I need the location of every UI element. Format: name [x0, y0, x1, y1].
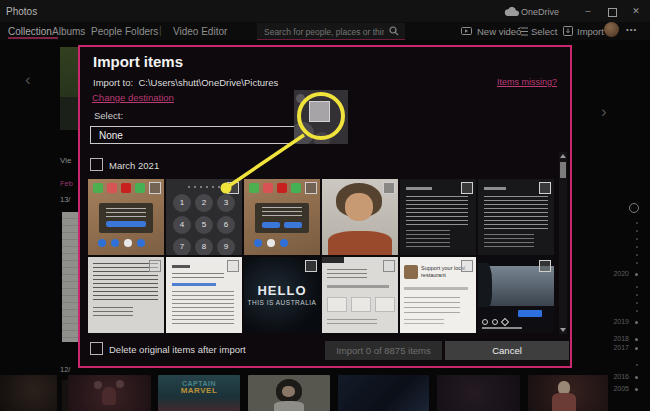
thumbnail-trust-computer[interactable] [244, 179, 320, 255]
timeline-tick[interactable] [636, 262, 638, 264]
march-2021-checkbox[interactable] [90, 158, 103, 171]
page-back-icon[interactable]: ‹ [25, 71, 31, 88]
import-to-line: Import to: C:\Users\shutt\OneDrive\Pictu… [93, 77, 278, 88]
import-path: C:\Users\shutt\OneDrive\Pictures [138, 77, 278, 88]
thumbnail-hello-australia[interactable]: HELLO THIS IS AUSTRALIA [244, 257, 320, 333]
import-submit-button[interactable]: Import 0 of 8875 items [325, 341, 442, 360]
items-missing-link[interactable]: Items missing? [497, 77, 557, 87]
timeline-scrubber-handle[interactable] [629, 203, 639, 213]
australia-text: THIS IS AUSTRALIA [244, 299, 320, 306]
app-icons-row [93, 183, 145, 193]
timeline-year-dot[interactable] [635, 273, 638, 276]
account-avatar[interactable] [604, 22, 619, 37]
timeline-year[interactable]: 2020 [613, 270, 629, 277]
thumbnail-checkbox[interactable] [383, 260, 395, 272]
thumbnail-checkbox[interactable] [383, 182, 395, 194]
import-icon[interactable] [563, 26, 573, 36]
import-thumbnail-grid: 123 456 789 [88, 179, 554, 333]
follow-button-art [518, 310, 542, 317]
march-2021-label: March 2021 [109, 160, 159, 171]
tab-collection[interactable]: Collection [8, 26, 52, 37]
select-label: Select: [94, 110, 123, 121]
search-input[interactable] [262, 24, 386, 39]
onedrive-cloud-icon [504, 7, 519, 17]
bg-date-fragment: 12/ [60, 365, 70, 374]
thumbnail-checkbox[interactable] [539, 260, 551, 272]
change-destination-link[interactable]: Change destination [92, 92, 174, 103]
new-video-button[interactable]: New video [477, 26, 521, 37]
hello-text: HELLO [244, 283, 320, 298]
see-more-icon[interactable]: ••• [626, 25, 637, 34]
timeline-tick[interactable] [636, 310, 638, 312]
timeline-year[interactable]: 2018 [613, 335, 629, 342]
bg-captain-marvel-cover: CAPTAIN MARVEL [158, 375, 240, 411]
timeline-year[interactable]: 2017 [613, 344, 629, 351]
thumbnail-dark-text[interactable] [400, 179, 476, 255]
thumbnail-checkbox[interactable] [227, 260, 239, 272]
timeline-year[interactable]: 2019 [613, 318, 629, 325]
thumbnail-checkbox-highlighted[interactable] [227, 182, 239, 194]
thumbnail-receipt[interactable] [322, 257, 398, 333]
cancel-button[interactable]: Cancel [445, 341, 569, 360]
thumbnail-checkbox[interactable] [149, 182, 161, 194]
thumbnail-checkbox[interactable] [461, 260, 473, 272]
new-video-icon[interactable] [461, 27, 472, 35]
select-button[interactable]: Select [531, 26, 557, 37]
timeline-tick[interactable] [636, 286, 638, 288]
bg-photo-thumbnail [0, 375, 57, 411]
thumbnail-iphone-permission[interactable] [88, 179, 164, 255]
thumbnail-checkbox[interactable] [305, 182, 317, 194]
timeline-year[interactable]: 2005 [613, 385, 629, 392]
photos-app-window: Photos OneDrive – ✕ Collection Albums Pe… [0, 0, 650, 411]
thumbnail-checkbox[interactable] [305, 260, 317, 272]
search-icon[interactable] [389, 26, 399, 36]
onedrive-button[interactable]: OneDrive [521, 7, 559, 17]
timeline-year-dot[interactable] [635, 376, 638, 379]
timeline-year-dot[interactable] [635, 388, 638, 391]
thumbnail-checkbox[interactable] [539, 182, 551, 194]
scrollbar-thumb[interactable] [560, 162, 566, 178]
thumbnail-portrait[interactable] [322, 179, 398, 255]
minimize-button[interactable]: – [581, 4, 595, 18]
bg-photo-sliver [60, 47, 78, 97]
timeline-tick[interactable] [636, 246, 638, 248]
timeline-year-dot[interactable] [635, 338, 638, 341]
import-button-nav[interactable]: Import [577, 26, 604, 37]
thumbnail-restaurant-order[interactable]: Support your local restaurant [400, 257, 476, 333]
thumbnail-light-text[interactable] [88, 257, 164, 333]
tab-video-editor[interactable]: Video Editor [173, 26, 227, 37]
search-box[interactable] [257, 23, 405, 40]
tab-albums[interactable]: Albums [52, 26, 85, 37]
scroll-down-icon[interactable] [560, 328, 566, 332]
timeline-tick[interactable] [636, 254, 638, 256]
tab-folders[interactable]: Folders [125, 26, 158, 37]
timeline-tick[interactable] [636, 302, 638, 304]
close-button[interactable]: ✕ [629, 4, 643, 18]
thumbnail-instagram-landscape[interactable] [478, 257, 554, 333]
timeline-tick[interactable] [636, 230, 638, 232]
thumbnail-dark-text[interactable] [478, 179, 554, 255]
timeline-year-dot[interactable] [635, 321, 638, 324]
timeline-tick[interactable] [636, 238, 638, 240]
phone-dialog-art [99, 203, 153, 233]
bg-photo-thumbnail [68, 375, 151, 411]
timeline-tick[interactable] [636, 222, 638, 224]
timeline-year[interactable]: 2016 [613, 373, 629, 380]
timeline-tick[interactable] [636, 364, 638, 366]
delete-originals-checkbox[interactable] [90, 342, 103, 355]
thumbnail-white-text[interactable] [166, 257, 242, 333]
page-forward-icon[interactable]: › [601, 103, 607, 120]
timeline-tick[interactable] [636, 294, 638, 296]
tab-people[interactable]: People [91, 26, 122, 37]
scroll-up-icon[interactable] [560, 154, 566, 158]
app-title: Photos [6, 6, 37, 17]
thumbnail-pin-pad[interactable]: 123 456 789 [166, 179, 242, 255]
thumbnail-checkbox[interactable] [149, 260, 161, 272]
bg-photo-thumbnail [338, 375, 429, 411]
bg-photo-sliver [62, 212, 78, 342]
maximize-button[interactable] [608, 8, 617, 17]
grid-scrollbar[interactable] [559, 152, 567, 334]
select-icon[interactable] [518, 27, 528, 36]
timeline-year-dot[interactable] [635, 347, 638, 350]
thumbnail-checkbox[interactable] [461, 182, 473, 194]
